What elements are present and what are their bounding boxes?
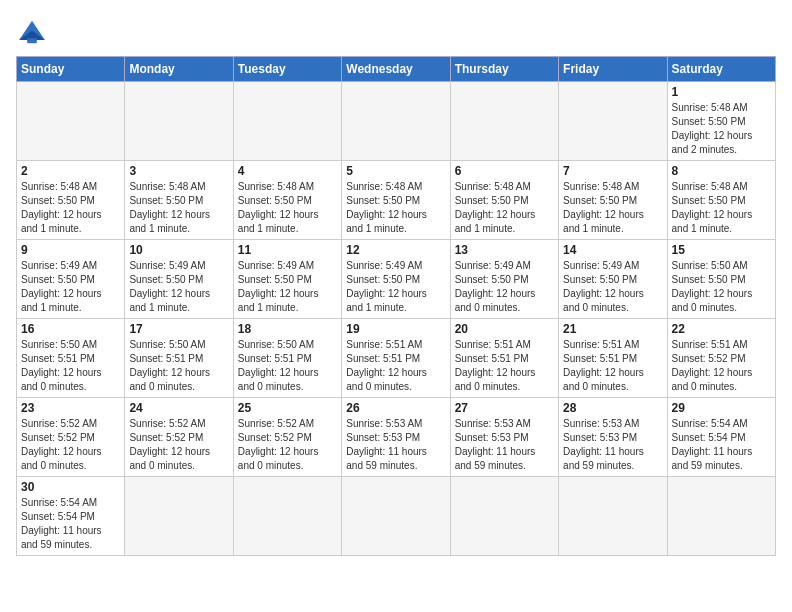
day-info: Sunrise: 5:49 AM Sunset: 5:50 PM Dayligh…	[346, 259, 445, 315]
day-info: Sunrise: 5:54 AM Sunset: 5:54 PM Dayligh…	[672, 417, 771, 473]
calendar-cell: 29Sunrise: 5:54 AM Sunset: 5:54 PM Dayli…	[667, 398, 775, 477]
calendar-cell: 5Sunrise: 5:48 AM Sunset: 5:50 PM Daylig…	[342, 161, 450, 240]
calendar-cell: 8Sunrise: 5:48 AM Sunset: 5:50 PM Daylig…	[667, 161, 775, 240]
day-number: 22	[672, 322, 771, 336]
dow-header: Thursday	[450, 57, 558, 82]
calendar-cell: 9Sunrise: 5:49 AM Sunset: 5:50 PM Daylig…	[17, 240, 125, 319]
calendar-cell: 11Sunrise: 5:49 AM Sunset: 5:50 PM Dayli…	[233, 240, 341, 319]
calendar-cell: 27Sunrise: 5:53 AM Sunset: 5:53 PM Dayli…	[450, 398, 558, 477]
day-info: Sunrise: 5:51 AM Sunset: 5:51 PM Dayligh…	[346, 338, 445, 394]
calendar-cell: 6Sunrise: 5:48 AM Sunset: 5:50 PM Daylig…	[450, 161, 558, 240]
day-number: 27	[455, 401, 554, 415]
calendar-cell: 25Sunrise: 5:52 AM Sunset: 5:52 PM Dayli…	[233, 398, 341, 477]
calendar-cell: 14Sunrise: 5:49 AM Sunset: 5:50 PM Dayli…	[559, 240, 667, 319]
calendar-cell: 10Sunrise: 5:49 AM Sunset: 5:50 PM Dayli…	[125, 240, 233, 319]
day-number: 29	[672, 401, 771, 415]
day-number: 10	[129, 243, 228, 257]
day-info: Sunrise: 5:50 AM Sunset: 5:50 PM Dayligh…	[672, 259, 771, 315]
day-number: 18	[238, 322, 337, 336]
day-number: 3	[129, 164, 228, 178]
calendar-cell	[233, 82, 341, 161]
calendar-cell: 1Sunrise: 5:48 AM Sunset: 5:50 PM Daylig…	[667, 82, 775, 161]
day-info: Sunrise: 5:49 AM Sunset: 5:50 PM Dayligh…	[129, 259, 228, 315]
day-number: 1	[672, 85, 771, 99]
day-info: Sunrise: 5:51 AM Sunset: 5:51 PM Dayligh…	[563, 338, 662, 394]
page-container: SundayMondayTuesdayWednesdayThursdayFrid…	[16, 16, 776, 556]
calendar-week: 30Sunrise: 5:54 AM Sunset: 5:54 PM Dayli…	[17, 477, 776, 556]
calendar-cell: 17Sunrise: 5:50 AM Sunset: 5:51 PM Dayli…	[125, 319, 233, 398]
calendar-cell: 15Sunrise: 5:50 AM Sunset: 5:50 PM Dayli…	[667, 240, 775, 319]
calendar-cell	[559, 82, 667, 161]
calendar-cell: 24Sunrise: 5:52 AM Sunset: 5:52 PM Dayli…	[125, 398, 233, 477]
day-info: Sunrise: 5:48 AM Sunset: 5:50 PM Dayligh…	[672, 101, 771, 157]
day-number: 17	[129, 322, 228, 336]
day-number: 9	[21, 243, 120, 257]
calendar-cell	[125, 477, 233, 556]
day-number: 24	[129, 401, 228, 415]
calendar-cell	[17, 82, 125, 161]
day-number: 20	[455, 322, 554, 336]
calendar-cell: 16Sunrise: 5:50 AM Sunset: 5:51 PM Dayli…	[17, 319, 125, 398]
calendar-cell	[450, 82, 558, 161]
day-number: 4	[238, 164, 337, 178]
day-info: Sunrise: 5:48 AM Sunset: 5:50 PM Dayligh…	[672, 180, 771, 236]
calendar-cell: 2Sunrise: 5:48 AM Sunset: 5:50 PM Daylig…	[17, 161, 125, 240]
calendar-table: SundayMondayTuesdayWednesdayThursdayFrid…	[16, 56, 776, 556]
day-number: 16	[21, 322, 120, 336]
calendar-cell: 19Sunrise: 5:51 AM Sunset: 5:51 PM Dayli…	[342, 319, 450, 398]
day-number: 15	[672, 243, 771, 257]
day-info: Sunrise: 5:48 AM Sunset: 5:50 PM Dayligh…	[21, 180, 120, 236]
day-info: Sunrise: 5:48 AM Sunset: 5:50 PM Dayligh…	[455, 180, 554, 236]
svg-rect-2	[27, 38, 37, 43]
day-info: Sunrise: 5:49 AM Sunset: 5:50 PM Dayligh…	[455, 259, 554, 315]
day-info: Sunrise: 5:48 AM Sunset: 5:50 PM Dayligh…	[563, 180, 662, 236]
calendar-cell	[667, 477, 775, 556]
calendar-cell: 21Sunrise: 5:51 AM Sunset: 5:51 PM Dayli…	[559, 319, 667, 398]
day-info: Sunrise: 5:48 AM Sunset: 5:50 PM Dayligh…	[238, 180, 337, 236]
day-number: 23	[21, 401, 120, 415]
day-info: Sunrise: 5:49 AM Sunset: 5:50 PM Dayligh…	[21, 259, 120, 315]
dow-header: Monday	[125, 57, 233, 82]
calendar-cell	[342, 477, 450, 556]
logo	[16, 16, 52, 48]
day-info: Sunrise: 5:50 AM Sunset: 5:51 PM Dayligh…	[129, 338, 228, 394]
calendar-cell: 30Sunrise: 5:54 AM Sunset: 5:54 PM Dayli…	[17, 477, 125, 556]
calendar-cell	[125, 82, 233, 161]
day-info: Sunrise: 5:51 AM Sunset: 5:52 PM Dayligh…	[672, 338, 771, 394]
day-info: Sunrise: 5:52 AM Sunset: 5:52 PM Dayligh…	[129, 417, 228, 473]
calendar-cell	[450, 477, 558, 556]
day-number: 13	[455, 243, 554, 257]
day-number: 6	[455, 164, 554, 178]
day-number: 26	[346, 401, 445, 415]
calendar-cell	[233, 477, 341, 556]
dow-header: Wednesday	[342, 57, 450, 82]
calendar-week: 2Sunrise: 5:48 AM Sunset: 5:50 PM Daylig…	[17, 161, 776, 240]
day-info: Sunrise: 5:48 AM Sunset: 5:50 PM Dayligh…	[129, 180, 228, 236]
calendar-cell: 23Sunrise: 5:52 AM Sunset: 5:52 PM Dayli…	[17, 398, 125, 477]
calendar-week: 9Sunrise: 5:49 AM Sunset: 5:50 PM Daylig…	[17, 240, 776, 319]
day-number: 25	[238, 401, 337, 415]
day-number: 19	[346, 322, 445, 336]
day-info: Sunrise: 5:49 AM Sunset: 5:50 PM Dayligh…	[563, 259, 662, 315]
calendar-cell: 13Sunrise: 5:49 AM Sunset: 5:50 PM Dayli…	[450, 240, 558, 319]
calendar-cell: 18Sunrise: 5:50 AM Sunset: 5:51 PM Dayli…	[233, 319, 341, 398]
calendar-week: 16Sunrise: 5:50 AM Sunset: 5:51 PM Dayli…	[17, 319, 776, 398]
day-number: 12	[346, 243, 445, 257]
calendar-cell	[342, 82, 450, 161]
day-info: Sunrise: 5:50 AM Sunset: 5:51 PM Dayligh…	[21, 338, 120, 394]
calendar-cell: 3Sunrise: 5:48 AM Sunset: 5:50 PM Daylig…	[125, 161, 233, 240]
day-info: Sunrise: 5:48 AM Sunset: 5:50 PM Dayligh…	[346, 180, 445, 236]
day-number: 7	[563, 164, 662, 178]
day-info: Sunrise: 5:53 AM Sunset: 5:53 PM Dayligh…	[455, 417, 554, 473]
calendar-cell: 22Sunrise: 5:51 AM Sunset: 5:52 PM Dayli…	[667, 319, 775, 398]
day-number: 14	[563, 243, 662, 257]
day-info: Sunrise: 5:53 AM Sunset: 5:53 PM Dayligh…	[346, 417, 445, 473]
calendar-cell: 28Sunrise: 5:53 AM Sunset: 5:53 PM Dayli…	[559, 398, 667, 477]
dow-header: Saturday	[667, 57, 775, 82]
day-number: 11	[238, 243, 337, 257]
logo-icon	[16, 16, 48, 48]
day-info: Sunrise: 5:50 AM Sunset: 5:51 PM Dayligh…	[238, 338, 337, 394]
calendar-week: 1Sunrise: 5:48 AM Sunset: 5:50 PM Daylig…	[17, 82, 776, 161]
day-number: 2	[21, 164, 120, 178]
dow-header: Friday	[559, 57, 667, 82]
